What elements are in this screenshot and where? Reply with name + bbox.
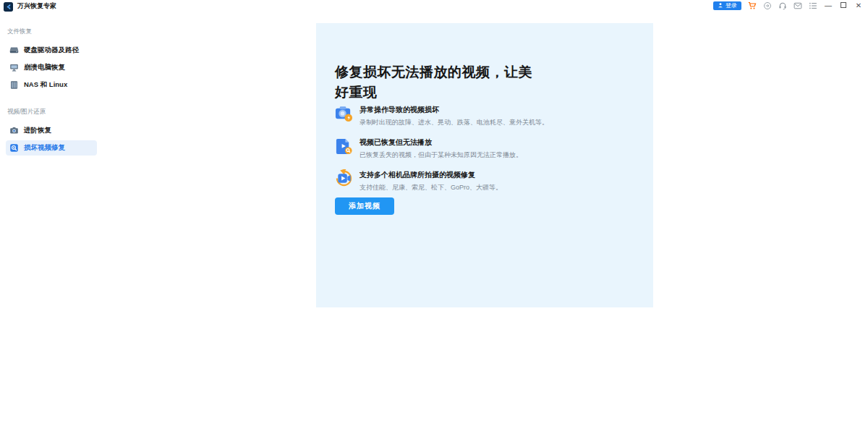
titlebar-actions: 登录 <box>713 1 863 10</box>
feature-description: 已恢复丢失的视频，但由于某种未知原因无法正常播放。 <box>359 150 522 160</box>
sidebar-item-label: 崩溃电脑恢复 <box>24 63 65 72</box>
app-title: 万兴恢复专家 <box>17 1 56 11</box>
feature-camera-brands: 支持多个相机品牌所拍摄的视频修复 支持佳能、尼康、索尼、松下、GoPro、大疆等… <box>335 169 624 192</box>
video-file-search-icon <box>335 137 353 155</box>
sidebar-item-advanced-recovery[interactable]: 进阶恢复 <box>6 123 97 138</box>
video-repair-rotate-icon <box>335 169 353 187</box>
sidebar-item-label: NAS 和 Linux <box>24 80 67 90</box>
sidebar-item-label: 硬盘驱动器及路径 <box>24 46 79 55</box>
advanced-recovery-camera-icon <box>9 126 19 135</box>
section-label-video-photo-restore: 视频/图片还原 <box>7 108 46 116</box>
sidebar-item-video-repair[interactable]: 损坏视频修复 <box>6 140 97 156</box>
feature-list: 异常操作导致的视频损坏 录制时出现的故障、进水、晃动、跌落、电池耗尽、意外关机等… <box>335 104 624 192</box>
feedback-mail-icon[interactable] <box>793 1 802 10</box>
update-icon[interactable] <box>763 1 772 10</box>
camera-error-icon <box>335 104 353 122</box>
menu-list-icon[interactable] <box>809 1 817 10</box>
feature-recovered-unplayable: 视频已恢复但无法播放 已恢复丢失的视频，但由于某种未知原因无法正常播放。 <box>335 137 624 160</box>
sidebar-item-hard-drives[interactable]: 硬盘驱动器及路径 <box>6 43 97 58</box>
section-label-file-recovery: 文件恢复 <box>7 27 32 36</box>
hard-drive-icon <box>9 46 19 55</box>
feature-title: 异常操作导致的视频损坏 <box>359 105 548 115</box>
nas-linux-icon <box>9 80 19 90</box>
support-headset-icon[interactable] <box>778 1 787 10</box>
feature-abnormal-operation: 异常操作导致的视频损坏 录制时出现的故障、进水、晃动、跌落、电池耗尽、意外关机等… <box>335 104 624 127</box>
app-identity: 万兴恢复专家 <box>4 1 56 11</box>
titlebar: 万兴恢复专家 登录 <box>0 0 868 17</box>
video-repair-icon <box>9 143 19 153</box>
sidebar-item-label: 损坏视频修复 <box>24 143 65 153</box>
app-window: 万兴恢复专家 登录 <box>0 0 868 434</box>
close-icon[interactable]: ✕ <box>854 1 863 10</box>
minimize-icon[interactable]: — <box>824 1 833 10</box>
user-icon <box>718 2 723 9</box>
sidebar-item-crashed-computer[interactable]: 崩溃电脑恢复 <box>6 60 97 75</box>
sidebar-item-label: 进阶恢复 <box>24 126 51 135</box>
cart-icon[interactable] <box>748 1 757 10</box>
video-repair-panel: 修复损坏无法播放的视频，让美好重现 异常操 <box>316 23 653 307</box>
feature-description: 支持佳能、尼康、索尼、松下、GoPro、大疆等。 <box>359 183 502 192</box>
feature-title: 支持多个相机品牌所拍摄的视频修复 <box>359 170 502 180</box>
login-button[interactable]: 登录 <box>713 1 741 10</box>
maximize-icon[interactable] <box>839 1 848 10</box>
sidebar-item-nas-linux[interactable]: NAS 和 Linux <box>6 77 97 93</box>
add-video-button[interactable]: 添加视频 <box>335 197 394 215</box>
feature-title: 视频已恢复但无法播放 <box>359 137 522 148</box>
login-label: 登录 <box>726 1 737 9</box>
app-logo-icon <box>4 1 13 11</box>
crashed-computer-icon <box>9 63 19 72</box>
page-title: 修复损坏无法播放的视频，让美好重现 <box>335 62 546 102</box>
feature-description: 录制时出现的故障、进水、晃动、跌落、电池耗尽、意外关机等。 <box>359 118 548 127</box>
